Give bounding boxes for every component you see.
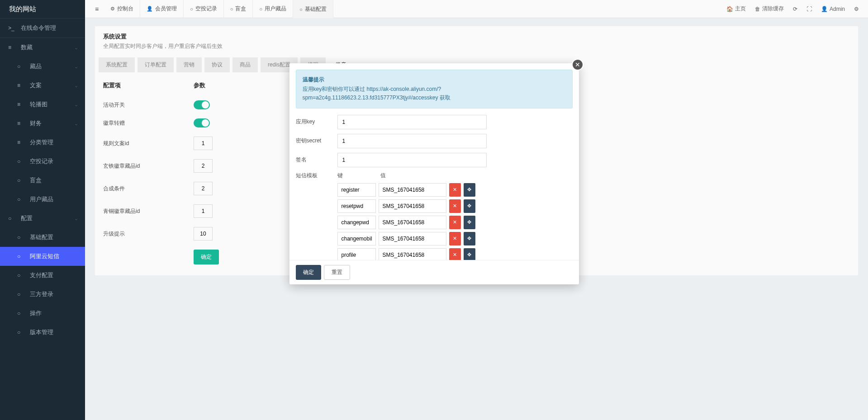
template-val-input[interactable] xyxy=(379,248,446,260)
modal-field-input[interactable] xyxy=(337,134,487,148)
move-button[interactable]: ✥ xyxy=(464,232,475,245)
template-row: ✕✥ xyxy=(337,183,573,197)
template-key-input[interactable] xyxy=(337,232,376,245)
modal-field-input[interactable] xyxy=(337,115,487,129)
template-key-header: 键 xyxy=(337,172,380,179)
modal-field-row: 密钥secret xyxy=(296,134,573,148)
modal-field-label: 签名 xyxy=(296,156,337,164)
template-row: ✕✥ xyxy=(337,199,573,213)
modal-field-row: 签名 xyxy=(296,153,573,167)
delete-button[interactable]: ✕ xyxy=(449,248,461,260)
move-button[interactable]: ✥ xyxy=(464,183,475,197)
modal-field-input[interactable] xyxy=(337,153,487,167)
template-key-input[interactable] xyxy=(337,248,376,260)
template-val-input[interactable] xyxy=(379,232,446,245)
modal-field-label: 密钥secret xyxy=(296,137,337,145)
alert-info: 温馨提示 应用key和密钥你可以通过 https://ak-console.al… xyxy=(296,70,573,109)
template-key-input[interactable] xyxy=(337,183,376,197)
delete-button[interactable]: ✕ xyxy=(449,232,461,245)
template-val-header: 值 xyxy=(380,172,453,179)
template-label: 短信模板 xyxy=(296,172,337,179)
template-val-input[interactable] xyxy=(379,199,446,213)
template-key-input[interactable] xyxy=(337,216,376,229)
move-button[interactable]: ✥ xyxy=(464,216,475,229)
template-row: ✕✥ xyxy=(337,248,573,260)
alert-title: 温馨提示 xyxy=(303,76,566,84)
move-button[interactable]: ✥ xyxy=(464,199,475,213)
sms-config-modal: ✕ 温馨提示 应用key和密钥你可以通过 https://ak-console.… xyxy=(289,63,579,284)
template-val-input[interactable] xyxy=(379,183,446,197)
close-icon[interactable]: ✕ xyxy=(572,59,583,71)
template-row: ✕✥ xyxy=(337,216,573,229)
modal-reset-button[interactable]: 重置 xyxy=(324,265,350,280)
delete-button[interactable]: ✕ xyxy=(449,199,461,213)
modal-ok-button[interactable]: 确定 xyxy=(296,265,321,280)
modal-field-label: 应用key xyxy=(296,118,337,126)
delete-button[interactable]: ✕ xyxy=(449,183,461,197)
delete-button[interactable]: ✕ xyxy=(449,216,461,229)
template-val-input[interactable] xyxy=(379,216,446,229)
template-row: ✕✥ xyxy=(337,232,573,245)
alert-body: 应用key和密钥你可以通过 https://ak-console.aliyun.… xyxy=(303,85,566,102)
move-button[interactable]: ✥ xyxy=(464,248,475,260)
template-key-input[interactable] xyxy=(337,199,376,213)
modal-field-row: 应用key xyxy=(296,115,573,129)
